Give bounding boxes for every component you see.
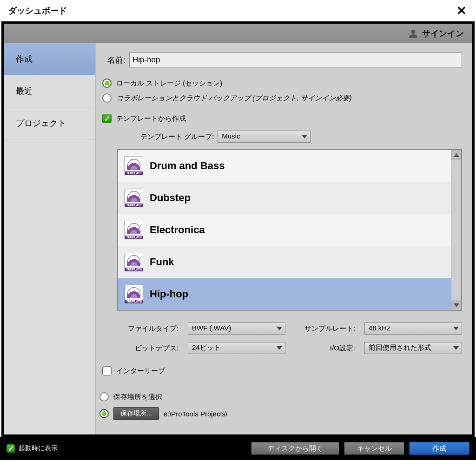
template-file-icon: TEMPLATE <box>125 253 143 271</box>
checkbox-icon[interactable] <box>7 444 15 453</box>
save-location-button[interactable]: 保存場所... <box>113 407 159 420</box>
template-group-row: テンプレート グループ: Music <box>140 131 462 143</box>
cancel-button[interactable]: キャンセル <box>344 442 404 455</box>
signin-bar: サインイン <box>4 24 472 43</box>
chevron-down-icon <box>454 303 459 307</box>
chevron-down-icon <box>302 135 307 138</box>
checkbox-icon[interactable] <box>102 114 112 123</box>
radio-icon[interactable] <box>102 79 112 88</box>
io-settings-select[interactable]: 前回使用された形式 <box>364 342 462 354</box>
storage-cloud-row[interactable]: コラボレーションとクラウド バックアップ (プロジェクト, サインイン必要) <box>102 93 462 103</box>
template-list: TEMPLATE Drum and Bass TEMPLATE Dubstep … <box>117 149 462 311</box>
bit-depth-label: ビットデプス: <box>118 344 178 353</box>
template-file-icon: TEMPLATE <box>125 221 143 239</box>
content-area: 作成 最近 プロジェクト 名前: ローカル ストレージ (セッション) <box>4 43 472 434</box>
template-item-label: Hip-hop <box>150 288 188 300</box>
close-icon[interactable]: ✕ <box>454 4 469 18</box>
template-item[interactable]: TEMPLATE Hip-hop <box>118 278 451 310</box>
storage-local-label: ローカル ストレージ (セッション) <box>116 79 222 88</box>
template-group-select[interactable]: Music <box>218 131 311 143</box>
dialog-frame: サインイン 作成 最近 プロジェクト 名前: ローカル スト <box>1 21 475 437</box>
footer-bar: 起動時に表示 ディスクから開く キャンセル 作成 <box>0 437 476 460</box>
main-panel: 名前: ローカル ストレージ (セッション) コラボレーションとクラウド バック… <box>96 43 472 434</box>
window-title: ダッシュボード <box>8 5 67 16</box>
template-item-label: Funk <box>150 256 174 268</box>
template-file-icon: TEMPLATE <box>125 157 143 175</box>
sidebar-tab-label: プロジェクト <box>16 118 66 128</box>
template-item[interactable]: TEMPLATE Dubstep <box>118 182 451 214</box>
chevron-up-icon <box>454 153 459 157</box>
template-item-label: Dubstep <box>150 192 191 204</box>
settings-grid: ファイルタイプ: BWF (.WAV) サンプルレート: 48 kHz ビットデ… <box>118 322 462 354</box>
sidebar: 作成 最近 プロジェクト <box>4 43 96 434</box>
sidebar-tab-label: 作成 <box>16 54 33 64</box>
sidebar-tab-label: 最近 <box>16 86 33 96</box>
save-path: e:\ProTools Projects\ <box>164 410 228 418</box>
sample-rate-value: 48 kHz <box>369 324 390 332</box>
interleave-row[interactable]: インターリーブ <box>102 366 462 375</box>
user-icon <box>408 28 418 39</box>
template-item[interactable]: TEMPLATE Electronica <box>118 214 451 246</box>
sidebar-tab-recent[interactable]: 最近 <box>4 75 95 107</box>
radio-icon[interactable] <box>99 392 109 401</box>
name-input[interactable] <box>129 53 462 67</box>
radio-icon[interactable] <box>102 93 112 103</box>
template-group-value: Music <box>222 132 240 140</box>
scroll-up-button[interactable] <box>451 150 461 160</box>
signin-link[interactable]: サインイン <box>422 28 464 39</box>
storage-cloud-label: コラボレーションとクラウド バックアップ (プロジェクト, サインイン必要) <box>116 94 352 103</box>
scroll-thumb[interactable] <box>452 161 460 299</box>
save-choose-row[interactable]: 保存場所を選択 <box>99 392 462 401</box>
chevron-down-icon <box>277 327 282 330</box>
file-type-label: ファイルタイプ: <box>118 324 178 333</box>
chevron-down-icon <box>453 346 459 350</box>
scroll-down-button[interactable] <box>451 300 461 310</box>
show-on-startup-label: 起動時に表示 <box>19 444 58 453</box>
interleave-label: インターリーブ <box>116 367 165 375</box>
window-titlebar: ダッシュボード ✕ <box>0 0 476 21</box>
create-button[interactable]: 作成 <box>409 442 469 455</box>
template-item[interactable]: TEMPLATE Drum and Bass <box>118 150 451 182</box>
checkbox-icon[interactable] <box>102 366 112 375</box>
template-check-row[interactable]: テンプレートから作成 <box>102 114 462 123</box>
name-row: 名前: <box>99 53 462 67</box>
save-choose-label: 保存場所を選択 <box>113 393 162 401</box>
bit-depth-select[interactable]: 24ビット <box>188 342 285 354</box>
storage-local-row[interactable]: ローカル ストレージ (セッション) <box>102 79 462 88</box>
radio-icon[interactable] <box>99 409 109 418</box>
bit-depth-value: 24ビット <box>192 343 221 351</box>
svg-point-0 <box>411 30 415 34</box>
open-from-disk-button[interactable]: ディスクから開く <box>251 442 339 455</box>
template-scrollbar[interactable] <box>451 150 461 310</box>
io-settings-label: I/O設定: <box>295 344 355 353</box>
template-item[interactable]: TEMPLATE Funk <box>118 246 451 278</box>
io-settings-value: 前回使用された形式 <box>369 343 431 351</box>
template-item-label: Electronica <box>150 224 205 236</box>
name-label: 名前: <box>99 55 126 66</box>
template-file-icon: TEMPLATE <box>125 189 143 207</box>
chevron-down-icon <box>453 327 459 330</box>
sample-rate-select[interactable]: 48 kHz <box>364 322 462 335</box>
save-path-row: 保存場所... e:\ProTools Projects\ <box>99 407 462 420</box>
sample-rate-label: サンプルレート: <box>295 324 355 333</box>
template-check-label: テンプレートから作成 <box>116 114 186 123</box>
template-file-icon: TEMPLATE <box>125 285 143 303</box>
sidebar-tab-create[interactable]: 作成 <box>4 43 95 75</box>
sidebar-tab-projects[interactable]: プロジェクト <box>4 107 95 139</box>
template-group-label: テンプレート グループ: <box>140 132 214 141</box>
template-item-label: Drum and Bass <box>150 160 225 172</box>
file-type-value: BWF (.WAV) <box>192 324 231 332</box>
chevron-down-icon <box>277 346 282 350</box>
file-type-select[interactable]: BWF (.WAV) <box>188 322 285 335</box>
